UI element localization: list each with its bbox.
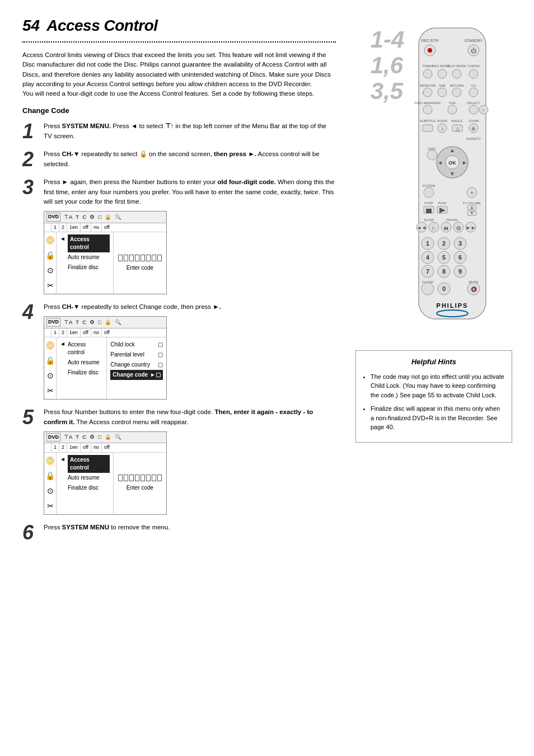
svg-text:♪: ♪ <box>441 126 444 132</box>
svg-point-29 <box>469 105 478 114</box>
sidebar-icon-disc-4: 📀 <box>45 340 55 351</box>
tab-sq-4: □ <box>98 318 101 326</box>
svg-point-21 <box>438 88 447 97</box>
svg-text:►: ► <box>462 159 467 166</box>
svg-text:6: 6 <box>458 254 462 261</box>
svg-text:▷: ▷ <box>432 226 436 231</box>
tab-sq-5: □ <box>98 433 101 441</box>
svg-text:⏻: ⏻ <box>471 48 476 54</box>
svg-point-45 <box>427 150 437 160</box>
svg-text:SLOW: SLOW <box>424 218 434 222</box>
tab-c-5: C <box>82 433 86 441</box>
step-content-1: Press SYSTEM MENU. Press ◄ to select ⊤↑ … <box>44 121 336 141</box>
svg-text:2: 2 <box>442 240 446 247</box>
svg-point-28 <box>448 105 457 114</box>
menu-auto-resume-4: Auto resume <box>68 358 103 368</box>
change-country: Change country ▢ <box>110 360 163 370</box>
tab-ta-5: ⊤A <box>64 433 72 441</box>
screen-mockup-step3: DVD ⊤A T C ⚙ □ 🔒 🔍 1 2 1en off <box>44 211 167 294</box>
code-boxes-3 <box>118 255 162 261</box>
step-content-6: Press SYSTEM MENU to remove the menu. <box>44 523 336 532</box>
arrow-marker-3: ◄ <box>60 234 65 243</box>
svg-text:DIM: DIM <box>439 84 446 87</box>
tab-ta-4: ⊤A <box>64 318 72 326</box>
svg-text:△: △ <box>456 126 460 132</box>
svg-text:AUDIO: AUDIO <box>437 119 448 123</box>
svg-point-23 <box>469 88 478 97</box>
svg-text:PHILIPS: PHILIPS <box>437 302 469 309</box>
svg-text:DISC MANAGER: DISC MANAGER <box>415 101 441 105</box>
svg-text:▮▮: ▮▮ <box>444 226 448 230</box>
step-content-4: Press CH-▼ repeatedly to select Change c… <box>44 302 336 400</box>
svg-text:5: 5 <box>442 254 446 261</box>
svg-text:7: 7 <box>426 268 429 275</box>
svg-text:+: + <box>470 190 474 196</box>
section-heading: Change Code <box>22 106 336 115</box>
svg-text:ANGLE: ANGLE <box>451 119 462 123</box>
screen-mockup-step5: DVD ⊤A T C ⚙ □ 🔒 🔍 1 2 1en off <box>44 431 167 515</box>
tab-t-4: T <box>76 318 79 326</box>
change-code: Change code ►▢ <box>110 370 163 380</box>
svg-text:4: 4 <box>426 254 430 261</box>
menu-access-control-3: Access control <box>68 234 110 252</box>
sidebar-icon-disc: 📀 <box>45 234 55 246</box>
enter-code-area-3: Enter code <box>113 232 166 294</box>
svg-text:SUBTITLE: SUBTITLE <box>420 119 436 123</box>
svg-text:1: 1 <box>426 240 429 247</box>
tab-c-4: C <box>82 318 86 326</box>
svg-point-22 <box>452 88 461 97</box>
tab-t: T <box>76 213 79 221</box>
svg-text:▼: ▼ <box>449 171 455 177</box>
svg-text:STOP: STOP <box>424 201 433 205</box>
sidebar-icon-disc-5: 📀 <box>45 455 55 467</box>
menu-finalize-disc-5: Finalize disc <box>68 483 110 493</box>
enter-code-label-5: Enter code <box>127 483 153 492</box>
svg-text:▲: ▲ <box>470 205 474 209</box>
sidebar-icon-lock-4: 🔒 <box>45 355 55 367</box>
remote-step-label-3-5: 3,5 <box>371 79 405 103</box>
menu-auto-resume-3: Auto resume <box>68 252 110 262</box>
svg-point-12 <box>438 69 447 78</box>
page-title: Access Control <box>46 17 157 35</box>
tab-ta: ⊤A <box>64 213 72 221</box>
svg-point-14 <box>469 69 478 78</box>
svg-text:PAUSE: PAUSE <box>447 218 458 222</box>
tab-t-5: T <box>76 433 79 441</box>
remote-step-label-1-6: 1,6 <box>371 54 405 77</box>
menu-access-control-4: Access control <box>68 340 103 358</box>
tab-lock-4: 🔒 <box>105 318 111 326</box>
sidebar-icon-circle-5: ⊙ <box>47 485 54 497</box>
sidebar-icon-scissors: ✂ <box>47 280 54 292</box>
tab-icon-4: ⚙ <box>90 318 95 326</box>
step-content-2: Press CH-▼ repeatedly to select 🔒 on the… <box>44 149 336 169</box>
hint-2: Finalize disc will appear in this menu o… <box>371 404 505 432</box>
step-number-4: 4 <box>22 302 39 322</box>
sidebar-icon-circle: ⊙ <box>47 265 54 276</box>
svg-text:OK: OK <box>449 160 457 166</box>
step-number-1: 1 <box>22 121 39 142</box>
svg-text:9: 9 <box>458 268 462 275</box>
step-6: 6 Press SYSTEM MENU to remove the menu. <box>22 523 336 543</box>
svg-text:▲: ▲ <box>449 147 455 153</box>
remote-step-label-1-4: 1-4 <box>371 28 405 51</box>
svg-text:FSS: FSS <box>449 101 456 105</box>
svg-text:TV VOLUME: TV VOLUME <box>463 201 481 205</box>
step-number-2: 2 <box>22 149 39 170</box>
svg-point-4 <box>428 48 432 53</box>
step-5: 5 Press four Number buttons to enter the… <box>22 407 336 515</box>
sidebar-icon-scissors-5: ✂ <box>47 500 54 512</box>
dvd-logo: DVD <box>46 213 60 222</box>
svg-text:►►: ►► <box>466 225 476 231</box>
page-number: 54 <box>22 17 40 35</box>
sidebar-icon-lock-5: 🔒 <box>45 470 55 482</box>
svg-text:PLAY MODE: PLAY MODE <box>447 64 466 68</box>
svg-text:◄◄: ◄◄ <box>416 225 427 231</box>
step-number-6: 6 <box>22 523 39 543</box>
sidebar-icon-scissors-4: ✂ <box>47 385 54 397</box>
svg-text:GUIDE/TV: GUIDE/TV <box>466 137 481 140</box>
step-4: 4 Press CH-▼ repeatedly to select Change… <box>22 302 336 400</box>
svg-text:3: 3 <box>458 240 462 247</box>
tab-sq: □ <box>98 213 101 221</box>
step-number-5: 5 <box>22 407 39 428</box>
hint-1: The code may not go into effect until yo… <box>371 372 505 400</box>
